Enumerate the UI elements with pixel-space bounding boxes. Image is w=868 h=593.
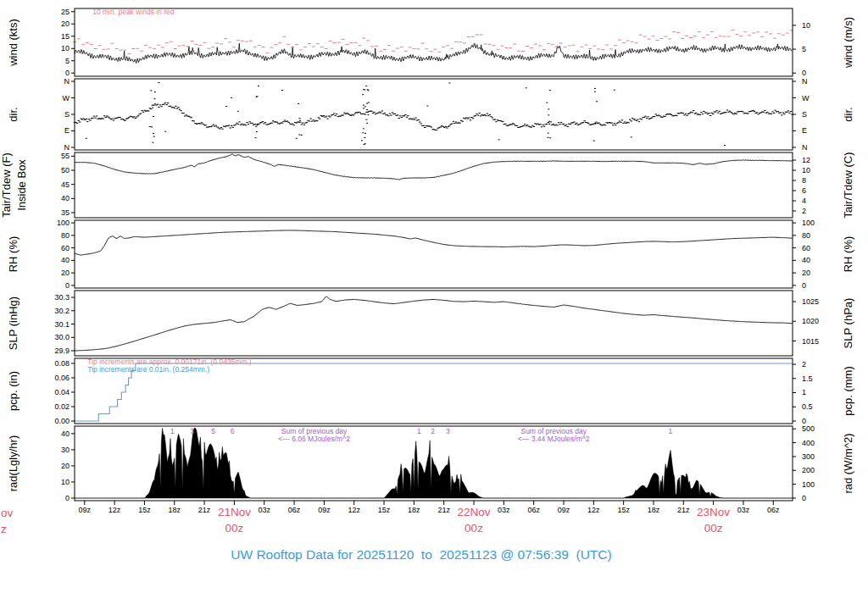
svg-text:N: N [64, 77, 70, 86]
y-axis-right-rad: 0100200300400500 [793, 424, 815, 502]
svg-text:10: 10 [802, 21, 810, 30]
svg-text:100: 100 [802, 480, 815, 489]
day-tick-label: 00z [225, 522, 244, 535]
svg-text:80: 80 [802, 231, 810, 240]
svg-text:4: 4 [802, 197, 806, 205]
annotation-wind: 10 min. peak winds in red [92, 8, 175, 16]
svg-text:8: 8 [802, 176, 806, 185]
svg-text:0.06: 0.06 [54, 374, 70, 382]
svg-text:1.5: 1.5 [802, 374, 813, 383]
svg-text:18z: 18z [648, 506, 660, 514]
svg-text:18z: 18z [168, 506, 181, 514]
svg-text:5: 5 [802, 45, 806, 53]
panel-border-dir [75, 79, 793, 150]
axis-title-right-rh: RH (%) [842, 236, 854, 273]
svg-text:80: 80 [61, 231, 70, 240]
svg-text:10: 10 [802, 166, 810, 175]
svg-text:20: 20 [802, 269, 810, 277]
svg-text:06z: 06z [288, 506, 301, 514]
axis-title-left-wind: wind (kts) [7, 19, 19, 67]
svg-text:60: 60 [802, 244, 810, 252]
svg-text:29.9: 29.9 [54, 346, 70, 355]
svg-text:20: 20 [61, 19, 70, 28]
multi-panel-chart: 0510152025051010 min. peak winds in redw… [0, 0, 868, 546]
svg-text:E: E [64, 126, 70, 135]
svg-text:20: 20 [61, 462, 70, 470]
svg-text:0: 0 [65, 281, 70, 290]
axis-title-left-tair: Inside Box [15, 159, 28, 211]
svg-text:40: 40 [61, 194, 70, 202]
svg-text:1015: 1015 [802, 337, 819, 346]
series-slp-inhg [75, 296, 793, 351]
svg-text:2: 2 [802, 360, 806, 369]
svg-text:W: W [63, 94, 70, 103]
day-tick-label: 21Nov [218, 506, 251, 518]
svg-text:N: N [802, 143, 808, 152]
panel-border-slp [75, 291, 793, 356]
svg-text:12z: 12z [587, 506, 600, 514]
svg-text:15z: 15z [138, 506, 151, 514]
svg-text:N: N [64, 143, 70, 152]
axis-title-right-tair: Tair/Tdew (C) [842, 152, 854, 218]
panel-rad: 01020304001002003004005001356Sum of prev… [7, 424, 854, 502]
y-axis-left-rad: 010203040 [61, 430, 75, 502]
svg-text:1020: 1020 [802, 317, 819, 325]
annotation-rad: 6 [231, 427, 235, 435]
svg-text:30.0: 30.0 [54, 333, 70, 341]
clipped-day-line1: ov [1, 505, 13, 521]
svg-text:1: 1 [802, 388, 806, 396]
svg-text:40: 40 [802, 256, 810, 264]
series-wind-direction-deg [74, 83, 793, 146]
y-axis-left-tair: 3540455055 [61, 152, 75, 217]
svg-text:0: 0 [65, 494, 70, 502]
series-solar-rad-ly-hr [75, 428, 793, 498]
svg-text:25: 25 [61, 8, 70, 16]
day-tick-label: 00z [465, 522, 483, 535]
annotation-rad: 5 [211, 427, 215, 435]
annotation-rad: 3 [446, 427, 450, 435]
y-axis-right-wind: 0510 [793, 21, 810, 77]
svg-text:0.02: 0.02 [54, 402, 70, 411]
y-axis-left-wind: 0510152025 [61, 8, 75, 77]
series-wind-mean-kts [75, 43, 792, 64]
svg-text:W: W [802, 94, 810, 103]
y-axis-right-rh: 020406080100 [793, 219, 815, 290]
svg-text:0: 0 [65, 69, 70, 77]
svg-text:N: N [802, 77, 808, 86]
svg-text:30.3: 30.3 [54, 293, 70, 302]
y-axis-left-pcp: 0.000.020.040.060.08 [54, 359, 75, 425]
svg-text:60: 60 [61, 244, 70, 252]
svg-text:0.04: 0.04 [54, 388, 70, 396]
svg-text:S: S [64, 110, 70, 119]
svg-text:6: 6 [802, 186, 806, 195]
weather-plot-figure: 0510152025051010 min. peak winds in redw… [0, 0, 868, 593]
y-axis-left-rh: 020406080100 [57, 219, 75, 290]
svg-text:03z: 03z [737, 506, 750, 514]
svg-text:0: 0 [802, 281, 806, 290]
panel-border-rh [75, 220, 793, 288]
axis-title-right-pcp: pcp. (mm) [842, 366, 854, 416]
clipped-day-label-20nov: ov z [1, 505, 13, 537]
clipped-day-line2: z [1, 521, 13, 537]
svg-text:10: 10 [61, 478, 70, 486]
svg-text:03z: 03z [258, 506, 270, 514]
svg-text:15z: 15z [617, 506, 630, 514]
annotation-pcp: Tip increments are 0.01in. (0.254mm.) [87, 365, 209, 374]
svg-text:21z: 21z [677, 506, 690, 514]
axis-title-right-slp: SLP (hPa) [842, 298, 854, 349]
axis-title-left-slp: SLP (inHg) [7, 296, 19, 350]
x-axis: 09z12z15z18z21z03z06z09z12z15z18z21z03z0… [79, 501, 781, 535]
svg-text:300: 300 [802, 452, 815, 461]
svg-text:0: 0 [802, 494, 806, 502]
svg-text:12z: 12z [108, 506, 121, 514]
panel-rh: 020406080100020406080100RH (%)RH (%) [7, 219, 854, 290]
panel-tair: 354045505524681012Tair/Tdew (F)Inside Bo… [0, 152, 854, 218]
panel-dir: NESWNNESWNdir.dir. [7, 77, 854, 152]
svg-text:0.00: 0.00 [54, 417, 70, 425]
day-tick-label: 23Nov [697, 506, 730, 518]
svg-text:06z: 06z [767, 506, 780, 514]
svg-text:2: 2 [802, 207, 806, 215]
axis-title-left-dir: dir. [7, 107, 19, 121]
svg-text:45: 45 [61, 180, 70, 189]
series-rh-percent [75, 230, 793, 255]
